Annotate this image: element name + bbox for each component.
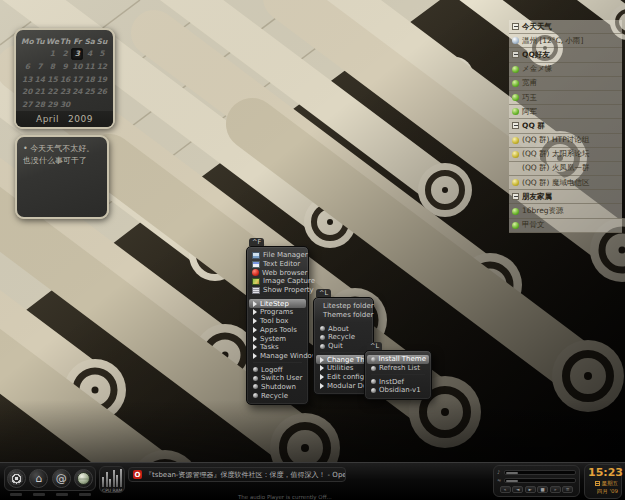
menu-item-image-capture[interactable]: Image Capture: [249, 277, 306, 286]
calendar-day[interactable]: 9: [59, 60, 71, 73]
menu-item-manage-windows[interactable]: Manage Windows: [249, 352, 306, 361]
menu-item-refresh-list[interactable]: Refresh List: [367, 364, 429, 373]
panel-row-friend[interactable]: 16breg资源: [509, 204, 622, 218]
volume-slider[interactable]: [504, 470, 576, 475]
menu-item-litestep-folder[interactable]: Litestep folder: [316, 302, 371, 311]
menu-item-themes-folder[interactable]: Themes folder: [316, 311, 371, 320]
panel-row-friend[interactable]: 阿军: [509, 105, 622, 119]
calendar-day[interactable]: 22: [46, 85, 59, 98]
menu-item-text-editor[interactable]: Text Editor: [249, 260, 306, 269]
stop-button[interactable]: ■: [537, 486, 548, 493]
calendar-day-selected[interactable]: 3: [71, 48, 83, 61]
calendar-day[interactable]: 8: [46, 60, 59, 73]
menu-item-label: Show Property: [263, 286, 314, 294]
menu-item-install-theme[interactable]: Install Theme: [367, 355, 429, 364]
calendar-day[interactable]: 11: [83, 60, 95, 73]
calendar-day[interactable]: 7: [34, 60, 46, 73]
collapse-icon: [512, 51, 519, 58]
calendar-day[interactable]: 2: [59, 48, 71, 61]
menu-item-obsidian-v1[interactable]: Obsidian-v1: [367, 386, 429, 395]
menu-item-web-browser[interactable]: Web browser: [249, 268, 306, 277]
note-widget[interactable]: • 今天天气不太好。也没什么事可干了: [15, 135, 109, 219]
menu-item-recycle[interactable]: Recycle: [249, 391, 306, 400]
menu-item-label: Install Theme: [379, 355, 426, 363]
calendar-day[interactable]: 27: [21, 98, 34, 111]
menu-item-change-themes[interactable]: Change Themes: [316, 355, 371, 364]
panel-row-weather[interactable]: 温州 [12°C, 小雨]: [509, 34, 622, 48]
menu-item-show-property[interactable]: Show Property: [249, 286, 306, 295]
menu-item-recycle-ls[interactable]: Recycle: [316, 333, 371, 342]
calendar-day[interactable]: 24: [71, 85, 83, 98]
taskbar: ⌂ @ CPU RAM C: D: E: O 『tsbean-资源管理器』保度软…: [0, 462, 625, 500]
calendar-day[interactable]: 25: [83, 85, 95, 98]
menu-item-programs[interactable]: Programs: [249, 308, 306, 317]
menu-item-instdef[interactable]: InstDef: [367, 377, 429, 386]
panel-row-family-header[interactable]: 朋友家属: [509, 190, 622, 204]
menu-item-switch-user[interactable]: Switch User: [249, 374, 306, 383]
calendar-day[interactable]: 1: [46, 48, 59, 61]
calendar-day[interactable]: 19: [96, 73, 108, 86]
calendar-day[interactable]: 20: [21, 85, 34, 98]
menu-item-shutdown[interactable]: Shutdown: [249, 383, 306, 392]
panel-row-label: 16breg资源: [522, 206, 564, 216]
bullet-icon: [371, 388, 376, 393]
note-text[interactable]: • 今天天气不太好。也没什么事可干了: [17, 137, 107, 174]
panel-row-friend[interactable]: 宽甫: [509, 77, 622, 91]
calendar-day[interactable]: 13: [21, 73, 34, 86]
panel-row-label: (QQ 群) 太阳系论坛: [522, 149, 589, 159]
slider-fill: [506, 472, 518, 474]
panel-row-weather-header[interactable]: 今天天气: [509, 20, 622, 34]
calendar-day[interactable]: 12: [96, 60, 108, 73]
calendar-day[interactable]: 18: [83, 73, 95, 86]
prev-button[interactable]: «: [500, 486, 511, 493]
calendar-day[interactable]: 26: [96, 85, 108, 98]
menu-item-system[interactable]: System: [249, 334, 306, 343]
menu-item-apps-tools[interactable]: Apps Tools: [249, 326, 306, 335]
menu-item-tasks[interactable]: Tasks: [249, 343, 306, 352]
menu-item-modular-docs[interactable]: Modular Docs: [316, 382, 371, 391]
menu-item-tool-box[interactable]: Tool box: [249, 317, 306, 326]
task-button[interactable]: O 『tsbean-资源管理器』保度软件社区：保度，值得深入！ - Opera …: [128, 467, 346, 482]
playlist-button[interactable]: ≡: [562, 486, 573, 493]
menu-item-utilities[interactable]: Utilities: [316, 364, 371, 373]
calendar-day[interactable]: 14: [34, 73, 46, 86]
calendar-day[interactable]: 21: [34, 85, 46, 98]
panel-row-group[interactable]: (QQ 群) 太阳系论坛: [509, 148, 622, 162]
calendar-day[interactable]: 15: [46, 73, 59, 86]
browser-launch-button[interactable]: [74, 469, 93, 488]
calendar-day[interactable]: 17: [71, 73, 83, 86]
play-button[interactable]: ►: [525, 486, 536, 493]
next-button[interactable]: »: [550, 486, 561, 493]
menu-item-quit[interactable]: Quit: [316, 342, 371, 351]
panel-row-qq-friends-header[interactable]: QQ好友: [509, 48, 622, 62]
calendar-day[interactable]: 16: [59, 73, 71, 86]
panel-row-group[interactable]: (QQ 群) 魔域电信区: [509, 176, 622, 190]
menu-item-file-manager[interactable]: File Manager: [249, 251, 306, 260]
menu-item-label: Tool box: [260, 317, 288, 325]
panel-row-group[interactable]: (QQ 群) HTP讨论组: [509, 134, 622, 148]
calendar-day[interactable]: 29: [46, 98, 59, 111]
calendar-day[interactable]: 28: [34, 98, 46, 111]
menu-item-litestep[interactable]: LiteStep: [249, 299, 306, 308]
panel-row-friend[interactable]: 甲骨文: [509, 219, 622, 233]
calendar-day[interactable]: 10: [71, 60, 83, 73]
calendar-day[interactable]: 30: [59, 98, 71, 111]
home-button[interactable]: ⌂: [29, 469, 48, 488]
menu-item-edit-config[interactable]: Edit config: [316, 373, 371, 382]
calendar-day[interactable]: 5: [96, 48, 108, 61]
calendar-day[interactable]: 6: [21, 60, 34, 73]
panel-row-group[interactable]: (QQ 群) 火凤凰一群: [509, 162, 622, 176]
calendar-day[interactable]: 4: [83, 48, 95, 61]
panel-row-qq-groups-header[interactable]: QQ 群: [509, 119, 622, 133]
menu-item-about[interactable]: About: [316, 324, 371, 333]
menu-item-logoff[interactable]: Logoff: [249, 365, 306, 374]
calendar-year-label: 2009: [68, 114, 93, 124]
calendar-day[interactable]: 23: [59, 85, 71, 98]
info-panel: 今天天气 温州 [12°C, 小雨] QQ好友 メ金メ缘 宽甫 巧玉 阿军 QQ…: [509, 20, 622, 233]
litestep-logo-button[interactable]: [7, 469, 26, 488]
mail-button[interactable]: @: [52, 469, 71, 488]
panel-row-friend[interactable]: メ金メ缘: [509, 63, 622, 77]
panel-row-friend[interactable]: 巧玉: [509, 91, 622, 105]
seek-slider[interactable]: [504, 478, 576, 483]
rewind-button[interactable]: ◄: [512, 486, 523, 493]
